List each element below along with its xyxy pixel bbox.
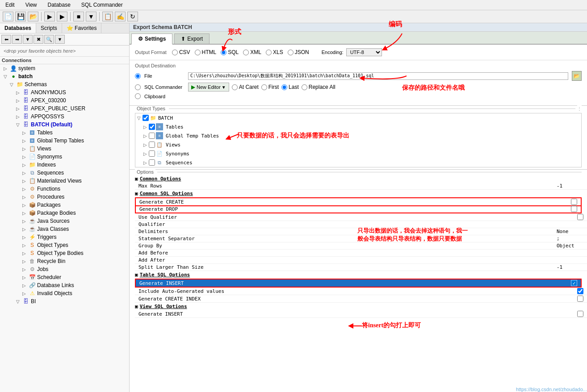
toolbar-save[interactable]: 💾	[15, 12, 26, 21]
tree-item-jobs[interactable]: ▷ ⚙ Jobs	[0, 265, 129, 273]
menu-database[interactable]: Database	[46, 1, 72, 9]
use-qualifier-checkbox[interactable]	[577, 214, 583, 220]
format-xml[interactable]: XML	[243, 49, 261, 55]
tree-item-matviews[interactable]: ▷ 📋 Materialized Views	[0, 177, 129, 185]
generate-create-checkbox[interactable]	[571, 199, 577, 205]
tab-settings[interactable]: ⚙ Settings	[131, 33, 172, 45]
toolbar-btn-6[interactable]: ■	[73, 12, 84, 21]
menu-view[interactable]: View	[24, 1, 39, 9]
radio-replace-all-item[interactable]: Replace All	[302, 84, 335, 90]
tree-item-triggers[interactable]: ▷ ⚡ Triggers	[0, 233, 129, 241]
include-auto-generated-checkbox[interactable]	[577, 288, 583, 294]
tree-item-apex030200[interactable]: ▷ 🗄 APEX_030200	[0, 96, 129, 104]
browse-button[interactable]: 📂	[572, 71, 582, 81]
obj-tree-sequences[interactable]: ▷ ⧉ Sequences	[135, 158, 581, 167]
tree-item-java-sources[interactable]: ▷ ☕ Java Sources	[0, 217, 129, 225]
toolbar-btn-4[interactable]: ▶	[44, 12, 55, 21]
radio-at-caret-item[interactable]: At Caret	[232, 84, 259, 90]
radio-xml[interactable]	[243, 50, 249, 55]
obj-check-tables[interactable]	[149, 124, 155, 130]
tab-export[interactable]: ⬆ Export	[174, 33, 210, 44]
toolbar-btn-7[interactable]: ▼	[86, 12, 96, 21]
tree-item-batch-default[interactable]: ▽ 🗄 BATCH (Default)	[0, 121, 129, 129]
tab-databases[interactable]: Databases	[0, 23, 36, 33]
radio-last-item[interactable]: Last	[281, 84, 299, 90]
toolbar-btn-10[interactable]: ↻	[127, 12, 138, 21]
tree-item-synonyms[interactable]: ▷ 📄 Synonyms	[0, 153, 129, 161]
tree-item-bi[interactable]: ▽ 🗄 BI	[0, 297, 129, 305]
obj-check-global-temp[interactable]	[149, 133, 155, 139]
radio-sql-commander[interactable]	[135, 84, 141, 90]
menu-edit[interactable]: Edit	[4, 1, 17, 9]
tab-scripts[interactable]: Scripts	[36, 23, 62, 33]
tree-item-invalid-objects[interactable]: ▷ ⚠ Invalid Objects	[0, 289, 129, 297]
radio-csv[interactable]	[172, 50, 178, 55]
tree-item-db-links[interactable]: ▷ 🔗 Database Links	[0, 281, 129, 289]
menu-sql-commander[interactable]: SQL Commander	[80, 1, 125, 9]
format-html[interactable]: HTML	[195, 49, 217, 55]
new-editor-button[interactable]: ▶ New Editor ▼	[188, 83, 229, 92]
tree-item-sequences[interactable]: ▷ ⧉ Sequences	[0, 169, 129, 177]
radio-clipboard[interactable]	[135, 93, 141, 99]
tree-item-functions[interactable]: ▷ ⚙ Functions	[0, 185, 129, 193]
left-toolbar-filter[interactable]: ▼	[23, 35, 33, 44]
radio-first-item[interactable]: First	[261, 84, 279, 90]
tree-item-packages[interactable]: ▷ 📦 Packages	[0, 201, 129, 209]
format-sql[interactable]: SQL	[221, 49, 239, 55]
radio-file[interactable]	[135, 73, 141, 79]
radio-last[interactable]	[281, 84, 287, 90]
left-toolbar-btn-1[interactable]: ⬅	[1, 35, 11, 44]
obj-check-root[interactable]	[143, 115, 149, 121]
obj-check-views[interactable]	[149, 142, 155, 148]
left-toolbar-btn-3[interactable]: ✖	[34, 35, 43, 44]
obj-check-synonyms[interactable]	[149, 150, 155, 157]
toolbar-new[interactable]: 📄	[3, 12, 13, 21]
toolbar-open[interactable]: 📂	[28, 12, 38, 21]
radio-sql[interactable]	[221, 50, 226, 55]
left-toolbar-btn-4[interactable]: 🔍	[44, 35, 54, 44]
format-csv[interactable]: CSV	[172, 49, 190, 55]
tree-item-scheduler[interactable]: ▷ 📅 Scheduler	[0, 273, 129, 281]
tree-item-apex-public[interactable]: ▷ 🗄 APEX_PUBLIC_USER	[0, 104, 129, 113]
tree-item-recycle-bin[interactable]: ▷ 🗑 Recycle Bin	[0, 257, 129, 265]
generate-insert-checkbox-checked[interactable]: ✓	[571, 280, 577, 286]
obj-tree-root[interactable]: ▽ 📁 BATCH	[135, 113, 581, 122]
file-path-input[interactable]	[188, 72, 568, 80]
obj-tree-global-temp[interactable]: ▷ ≡ Global Temp Tables	[135, 131, 581, 140]
tree-item-java-classes[interactable]: ▷ ☕ Java Classes	[0, 225, 129, 233]
obj-check-sequences[interactable]	[149, 159, 155, 166]
tab-favorites[interactable]: ⭐ Favorites	[62, 23, 102, 33]
obj-tree-synonyms[interactable]: ▷ 📄 Synonyms	[135, 149, 581, 158]
toolbar-btn-9[interactable]: ✍	[115, 12, 126, 21]
encoding-select[interactable]: UTF-8	[346, 48, 382, 56]
radio-at-caret[interactable]	[232, 84, 238, 90]
tree-item-object-types[interactable]: ▷ S Object Types	[0, 241, 129, 249]
left-toolbar-btn-2[interactable]: ➡	[12, 35, 22, 44]
obj-tree-tables[interactable]: ▷ ≡ Tables	[135, 122, 581, 131]
tree-item-anonymous[interactable]: ▷ 🗄 ANONYMOUS	[0, 88, 129, 96]
view-generate-insert-checkbox[interactable]	[577, 311, 583, 317]
radio-first[interactable]	[261, 84, 267, 90]
left-toolbar-btn-5[interactable]: ▼	[55, 35, 65, 44]
obj-tree-views[interactable]: ▷ 📋 Views	[135, 140, 581, 149]
toolbar-btn-5[interactable]: ▶	[57, 12, 67, 21]
tree-item-procedures[interactable]: ▷ ⚙ Procedures	[0, 193, 129, 201]
tree-item-batch[interactable]: ▽ ● batch	[0, 72, 129, 80]
tree-item-pkg-bodies[interactable]: ▷ 📦 Package Bodies	[0, 209, 129, 217]
radio-json[interactable]	[288, 50, 294, 55]
tree-item-views[interactable]: ▷ 📋 Views	[0, 145, 129, 153]
radio-replace-all[interactable]	[302, 84, 307, 90]
tree-item-indexes[interactable]: ▷ 📁 Indexes	[0, 161, 129, 169]
generate-create-index-checkbox[interactable]	[577, 296, 583, 302]
tree-item-obj-type-bodies[interactable]: ▷ S Object Type Bodies	[0, 249, 129, 257]
tree-item-appqossys[interactable]: ▷ 🗄 APPQOSSYS	[0, 113, 129, 121]
generate-drop-checkbox[interactable]	[571, 206, 577, 212]
radio-html[interactable]	[195, 50, 201, 55]
radio-xls[interactable]	[266, 50, 272, 55]
tree-item-global-temp[interactable]: ▷ ≡ Global Temp Tables	[0, 137, 129, 145]
format-json[interactable]: JSON	[288, 49, 309, 55]
format-xls[interactable]: XLS	[266, 49, 283, 55]
tree-item-tables[interactable]: ▷ ≡ Tables	[0, 129, 129, 137]
tree-item-schemas[interactable]: ▽ 📁 Schemas	[0, 80, 129, 88]
toolbar-btn-8[interactable]: 📋	[102, 12, 113, 21]
